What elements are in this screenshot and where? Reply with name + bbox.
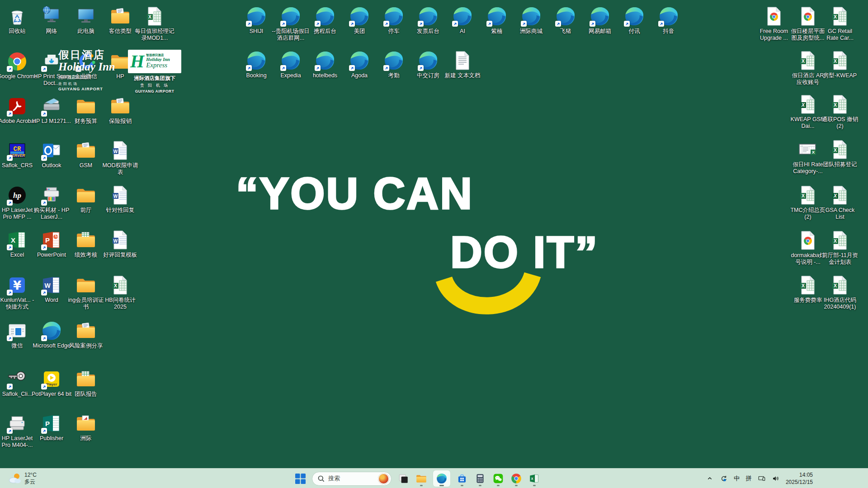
desktop-icon-label: 携程后台: [314, 28, 336, 35]
shortcut-arrow-icon: [41, 244, 47, 250]
desktop-icon-label: Adobe Acrobat: [0, 118, 36, 125]
edge-icon: [383, 5, 405, 27]
desktop-icon-label: hotelbeds: [313, 72, 337, 79]
hie-tagline: 智选假日酒店: [146, 54, 170, 57]
desktop-icon[interactable]: W好评回复模板: [100, 229, 141, 258]
desktop-icon-label: 考勤: [388, 72, 400, 79]
taskbar-app-excel[interactable]: X: [528, 470, 541, 487]
edge-icon: [245, 50, 267, 71]
shortcut-arrow-icon: [383, 65, 389, 71]
word-file-icon: W: [109, 229, 131, 251]
search-placeholder: 搜索: [328, 474, 340, 483]
desktop-icon[interactable]: XGC Retail Rate Car...: [821, 5, 859, 42]
chrome-file-icon: [763, 5, 785, 27]
edge-icon: [555, 5, 576, 27]
taskbar-app-google-chrome[interactable]: [510, 470, 523, 487]
tray-cast-icon[interactable]: [758, 474, 766, 483]
edge-icon: [452, 5, 473, 27]
desktop-icon-label: PotPlayer 64 bit: [32, 391, 71, 398]
svg-text:X: X: [834, 14, 837, 19]
desktop-icon[interactable]: XGSA Check List: [821, 184, 859, 221]
svg-text:X: X: [833, 193, 837, 198]
svg-text:X: X: [11, 236, 15, 244]
search-input[interactable]: 搜索: [312, 472, 392, 486]
desktop-icon[interactable]: X前厅部-11月资金计划表: [821, 230, 859, 266]
shortcut-arrow-icon: [7, 111, 13, 117]
taskbar-app-calculator[interactable]: [474, 470, 486, 487]
folder-icon: [75, 274, 97, 296]
shortcut-arrow-icon: [624, 21, 630, 27]
start-button[interactable]: [294, 470, 307, 487]
desktop-icon-label: 网络: [46, 28, 57, 35]
folder-table-icon: [75, 229, 97, 251]
desktop-icon[interactable]: XIHG酒店代码20240409(1): [821, 274, 859, 311]
shortcut-arrow-icon: [555, 21, 561, 27]
desktop-icon[interactable]: 保险报销: [100, 95, 141, 125]
hie-express: Express: [146, 62, 170, 69]
desktop-icon[interactable]: X团队招募登记: [821, 139, 859, 168]
desktop-icon[interactable]: W针对性回复: [100, 184, 141, 214]
desktop-icon-label: 财务预算: [75, 118, 97, 125]
ime-mode-indicator[interactable]: 拼: [745, 474, 752, 483]
chrome-app-icon: [6, 51, 28, 72]
tray-sync-icon[interactable]: [720, 474, 728, 483]
shortcut-arrow-icon: [41, 111, 47, 117]
hie-h-mark: H: [130, 53, 144, 70]
desktop-icon[interactable]: 新建 文本文档: [442, 50, 483, 79]
desktop-icon[interactable]: 风险案例分享: [66, 320, 106, 349]
folder-icon: [75, 184, 97, 206]
shortcut-arrow-icon: [452, 21, 458, 27]
desktop-icon-label: Microsoft Edge: [33, 343, 70, 349]
svg-text:X: X: [114, 283, 117, 288]
tray-volume-icon[interactable]: [772, 474, 780, 483]
tray-chevron-up-icon[interactable]: [706, 474, 714, 483]
desktop-icon[interactable]: XHB问卷统计2025: [100, 274, 141, 311]
desktop-icon[interactable]: X房型-KWEAP: [821, 50, 859, 79]
svg-text:W: W: [113, 194, 118, 199]
taskbar-app-microsoft-edge[interactable]: [433, 470, 450, 487]
word-file-icon: W: [109, 140, 131, 161]
desktop-icon-label: Saflok_CRS: [2, 162, 33, 169]
taskbar-clock[interactable]: 14:05 2025/12/15: [786, 471, 813, 486]
shortcut-arrow-icon: [41, 155, 47, 161]
edge-icon: [314, 5, 336, 27]
desktop-icon[interactable]: X通联POS 撤销(2): [821, 94, 859, 130]
taskbar-app-wechat[interactable]: [492, 470, 505, 487]
desktop-icon-label: Outlook: [42, 162, 61, 169]
desktop-icon[interactable]: WMOD权限申请表: [100, 140, 141, 176]
running-indicator: [515, 485, 518, 486]
desktop-icon[interactable]: Free Room Upgrade ...: [755, 5, 793, 42]
desktop-icon-holiday-inn-express[interactable]: H 智选假日酒店 Holiday Inn Express 洲际酒店集团旗下 贵 …: [127, 50, 182, 94]
hp-psd-icon: [41, 51, 62, 72]
shortcut-arrow-icon: [246, 65, 252, 71]
desktop-icon-label: 美团: [354, 28, 365, 35]
svg-text:hp: hp: [13, 191, 21, 200]
desktop-icon-label: --贵阳机场假日酒店群网...: [270, 28, 311, 42]
wallpaper-quote-line1: “YOU CAN: [236, 168, 473, 219]
hp-circle-icon: hp: [6, 184, 28, 206]
weather-widget[interactable]: 12°C 多云: [5, 469, 40, 488]
taskbar-app-task-view[interactable]: [397, 470, 410, 487]
desktop-icon[interactable]: X每日值班经理记录MOD1...: [134, 5, 175, 42]
desktop-icon[interactable]: 洲际: [66, 413, 106, 442]
taskbar-app-microsoft-store[interactable]: [456, 470, 468, 487]
kunlun-icon: ¥: [6, 274, 28, 296]
taskbar-app-row: X: [397, 470, 541, 487]
smile-graphic: [435, 274, 541, 323]
taskbar-app-file-explorer[interactable]: [415, 470, 428, 487]
desktop-icon[interactable]: 抖音: [648, 5, 689, 35]
windows-logo-icon: [295, 474, 306, 484]
saflok-icon: CR SERVER: [6, 140, 28, 161]
desktop-icon-label: HB问卷统计2025: [100, 297, 141, 311]
edge-icon: [280, 50, 302, 71]
shortcut-arrow-icon: [280, 65, 286, 71]
excel-file-icon: X: [797, 184, 819, 206]
desktop-icon-label: 飞猪: [560, 28, 571, 35]
desktop-icon-label: 网易邮箱: [589, 28, 611, 35]
running-indicator: [439, 485, 444, 486]
shortcut-arrow-icon: [41, 384, 47, 389]
excel-file-icon: X: [797, 50, 819, 71]
ime-language-indicator[interactable]: 中: [734, 474, 740, 483]
desktop-icon[interactable]: 团队报告: [66, 368, 106, 398]
excel-file-icon: X: [829, 50, 851, 71]
